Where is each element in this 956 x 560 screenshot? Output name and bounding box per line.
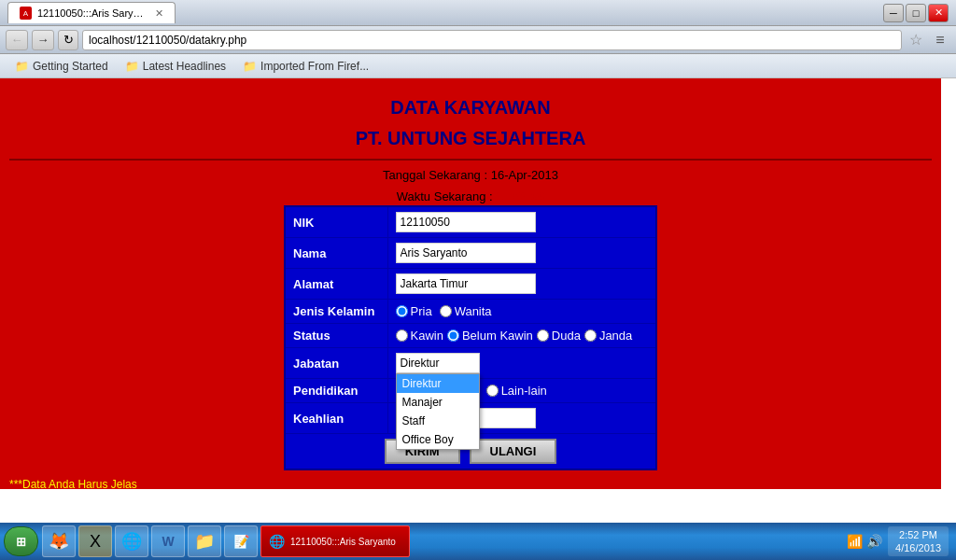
jk-pria-text: Pria — [411, 304, 432, 318]
alamat-label: Alamat — [285, 269, 387, 300]
form-container: NIK Nama Alamat — [284, 205, 657, 470]
status-kawin-label[interactable]: Kawin — [396, 329, 443, 343]
nik-row: NIK — [285, 206, 656, 238]
bookmark-star-icon[interactable]: ☆ — [906, 30, 926, 50]
bookmark-imported[interactable]: 📁 Imported From Firef... — [235, 58, 376, 75]
status-row: Status Kawin Belum Kawin — [285, 324, 656, 348]
clock-area[interactable]: 2:52 PM 4/16/2013 — [888, 526, 949, 557]
pendidikan-label: Pendidikan — [285, 379, 387, 403]
bookmark-label-2: Latest Headlines — [143, 60, 226, 73]
status-duda-label[interactable]: Duda — [537, 329, 581, 343]
status-belum-text: Belum Kawin — [462, 329, 533, 343]
alamat-cell — [387, 269, 656, 300]
taskbar-notepad-icon[interactable]: 📝 — [224, 525, 258, 557]
jabatan-dropdown-open: Direktur Manajer Staff Office Boy — [396, 373, 480, 450]
system-tray: 📶 🔊 2:52 PM 4/16/2013 — [847, 526, 952, 557]
taskbar-xampp-icon[interactable]: X — [78, 525, 112, 557]
nav-bar: ← → ↻ ☆ ≡ — [0, 26, 956, 54]
menu-icon[interactable]: ≡ — [930, 30, 950, 50]
browser-tab[interactable]: A 12110050:::Aris Saryanto ✕ — [7, 2, 176, 23]
taskbar-chrome-icon[interactable]: 🌐 — [115, 525, 148, 557]
forward-button[interactable]: → — [32, 30, 54, 50]
status-label: Status — [285, 324, 387, 348]
page-subtitle: PT. UNTUNG SEJAHTERA — [0, 128, 941, 149]
status-duda-text: Duda — [552, 329, 581, 343]
pendidikan-lain-radio[interactable] — [486, 385, 499, 397]
taskbar-time: 2:52 PM — [895, 528, 941, 541]
warning-text: ***Data Anda Harus Jelas — [9, 478, 932, 489]
title-bar: A 12110050:::Aris Saryanto ✕ ─ □ ✕ — [0, 0, 956, 26]
active-tab-favicon: 🌐 — [269, 534, 285, 549]
jk-radio-group: Pria Wanita — [396, 304, 649, 318]
active-window-tab[interactable]: 🌐 12110050:::Aris Saryanto — [260, 525, 410, 557]
status-janda-radio[interactable] — [584, 329, 597, 342]
jk-pria-radio[interactable] — [396, 305, 408, 317]
taskbar-explorer-icon[interactable]: 📁 — [188, 525, 221, 557]
status-cell: Kawin Belum Kawin Duda — [387, 324, 656, 348]
nama-cell — [387, 238, 656, 269]
status-belum-label[interactable]: Belum Kawin — [447, 329, 533, 343]
keahlian-label: Keahlian — [285, 403, 387, 434]
tab-close-button[interactable]: ✕ — [155, 7, 163, 20]
jk-cell: Pria Wanita — [387, 300, 656, 324]
status-radio-group: Kawin Belum Kawin Duda — [396, 329, 649, 343]
status-janda-label[interactable]: Janda — [584, 329, 632, 343]
taskbar-word-icon[interactable]: W — [151, 525, 185, 557]
page-content: DATA KARYAWAN PT. UNTUNG SEJAHTERA Tangg… — [0, 78, 941, 489]
alamat-row: Alamat — [285, 269, 656, 300]
status-kawin-text: Kawin — [411, 329, 443, 343]
jk-wanita-label[interactable]: Wanita — [440, 304, 492, 318]
tab-favicon: A — [20, 7, 32, 20]
status-kawin-radio[interactable] — [396, 329, 408, 342]
window-controls: ─ □ ✕ — [883, 4, 949, 22]
taskbar-date: 4/16/2013 — [895, 541, 941, 554]
tray-volume-icon: 🔊 — [866, 534, 882, 549]
bookmarks-bar: 📁 Getting Started 📁 Latest Headlines 📁 I… — [0, 54, 956, 78]
bookmark-getting-started[interactable]: 📁 Getting Started — [7, 58, 116, 75]
dropdown-direktur[interactable]: Direktur — [397, 374, 479, 393]
jk-wanita-text: Wanita — [455, 304, 492, 318]
dropdown-manajer[interactable]: Manajer — [397, 393, 479, 412]
time-label: Waktu Sekarang : 14:52:09 — [0, 189, 941, 203]
windows-icon: ⊞ — [16, 535, 26, 549]
time-label-text: Waktu Sekarang : — [397, 189, 493, 203]
jk-pria-label[interactable]: Pria — [396, 304, 432, 318]
refresh-button[interactable]: ↻ — [58, 30, 78, 50]
nama-label: Nama — [285, 238, 387, 269]
nik-cell — [387, 206, 656, 238]
bookmark-label: Getting Started — [33, 60, 108, 73]
taskbar-apps: 🦊 X 🌐 W 📁 📝 🌐 12110050:::Aris Saryanto — [42, 525, 410, 557]
alamat-input[interactable] — [396, 273, 536, 294]
jabatan-label: Jabatan — [285, 348, 387, 379]
jabatan-row: Jabatan Direktur Manajer Staff Office Bo… — [285, 348, 656, 379]
pendidikan-lain-label[interactable]: Lain-lain — [486, 384, 547, 398]
taskbar-firefox-icon[interactable]: 🦊 — [42, 525, 76, 557]
jabatan-select-wrapper: Direktur Manajer Staff Office Boy Direkt… — [396, 353, 480, 373]
start-button[interactable]: ⊞ — [4, 526, 38, 556]
bookmark-folder-icon-3: 📁 — [243, 60, 257, 73]
status-duda-radio[interactable] — [537, 329, 549, 342]
bookmark-label-3: Imported From Firef... — [260, 60, 369, 73]
nik-input[interactable] — [396, 212, 536, 232]
status-janda-text: Janda — [599, 329, 632, 343]
page-title: DATA KARYAWAN — [0, 78, 941, 128]
tab-title: 12110050:::Aris Saryanto — [37, 7, 144, 19]
address-bar[interactable] — [82, 30, 902, 50]
bookmark-latest-headlines[interactable]: 📁 Latest Headlines — [118, 58, 233, 75]
jk-wanita-radio[interactable] — [440, 305, 452, 317]
page-inner: DATA KARYAWAN PT. UNTUNG SEJAHTERA Tangg… — [0, 78, 941, 489]
back-button[interactable]: ← — [6, 30, 28, 50]
time-value: 14:52:09 — [496, 189, 544, 203]
jabatan-select[interactable]: Direktur Manajer Staff Office Boy — [396, 353, 480, 373]
dropdown-staff[interactable]: Staff — [397, 412, 479, 430]
title-divider — [9, 159, 932, 161]
maximize-button[interactable]: □ — [906, 4, 926, 22]
nama-input[interactable] — [396, 243, 536, 263]
status-belum-radio[interactable] — [447, 329, 459, 342]
minimize-button[interactable]: ─ — [883, 4, 904, 22]
close-button[interactable]: ✕ — [928, 4, 949, 22]
bookmark-folder-icon: 📁 — [15, 60, 29, 73]
tray-icons: 📶 🔊 — [847, 534, 882, 549]
dropdown-officeboy[interactable]: Office Boy — [397, 430, 479, 449]
ulangi-button[interactable]: ULANGI — [470, 439, 557, 464]
